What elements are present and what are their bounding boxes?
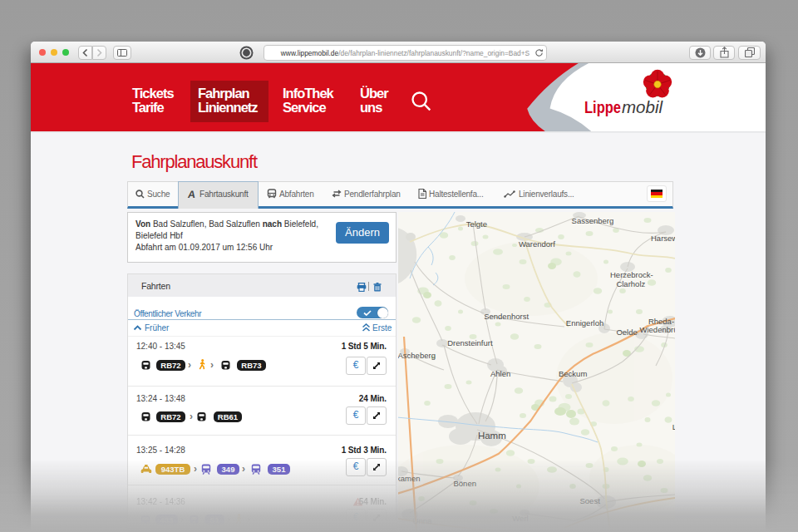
svg-text:Sendenhorst: Sendenhorst [484, 312, 529, 321]
svg-text:Herzebrock-: Herzebrock- [610, 270, 653, 279]
svg-text:Harsew: Harsew [651, 234, 675, 243]
svg-text:Hamm: Hamm [478, 431, 506, 441]
svg-text:Beckum: Beckum [559, 369, 587, 378]
svg-text:Rheda-: Rheda- [648, 317, 674, 326]
svg-text:Ennigerloh: Ennigerloh [566, 318, 603, 328]
svg-text:Lippe: Lippe [584, 98, 621, 116]
svg-text:Drensteinfurt: Drensteinfurt [447, 338, 493, 347]
svg-text:Telgte: Telgte [466, 219, 487, 229]
svg-text:mobil: mobil [622, 98, 663, 116]
svg-text:Ascheberg: Ascheberg [398, 351, 436, 360]
svg-text:Wiedenbrü: Wiedenbrü [640, 325, 676, 334]
svg-text:Warendorf: Warendorf [519, 239, 555, 249]
svg-text:Oelde: Oelde [616, 328, 637, 337]
svg-text:Clarholz: Clarholz [616, 279, 645, 288]
svg-text:Li: Li [672, 422, 675, 431]
svg-text:Ahlen: Ahlen [490, 369, 510, 378]
svg-text:Sassenberg: Sassenberg [572, 216, 614, 225]
